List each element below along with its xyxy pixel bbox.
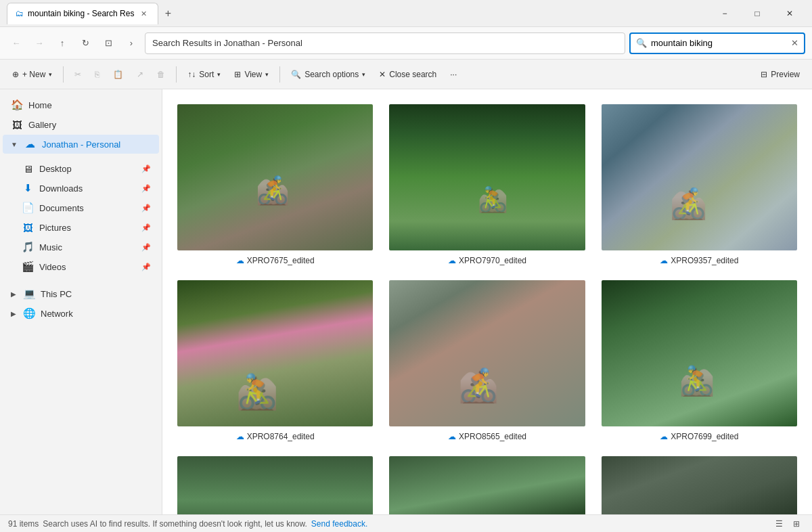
downloads-icon: ⬇ [22, 182, 34, 194]
tab-label: mountain biking - Search Res [28, 9, 134, 18]
search-options-arrow: ▾ [362, 71, 365, 78]
tab-area: 🗂 mountain biking - Search Res ✕ + [7, 0, 705, 26]
photo-image-3 [602, 104, 797, 250]
pin-icon: 📌 [141, 164, 151, 173]
view-icon: ⊞ [234, 70, 241, 79]
preview-button[interactable]: ⊟ Preview [755, 64, 805, 85]
maximize-button[interactable]: □ [742, 3, 773, 24]
sidebar-item-desktop[interactable]: 🖥 Desktop 📌 [3, 159, 159, 178]
pictures-icon: 🖼 [22, 221, 34, 234]
photo-image-6 [602, 280, 797, 426]
up-button[interactable]: ↑ [53, 34, 72, 53]
paste-icon: 📋 [113, 70, 123, 79]
thispc-expand-icon: ▶ [11, 290, 16, 298]
status-bar: 91 items Search uses AI to find results.… [0, 514, 812, 532]
photo-filename-4: XPRO8764_edited [247, 432, 315, 441]
sidebar-item-thispc[interactable]: ▶ 💻 This PC [3, 284, 159, 303]
photo-filename-5: XPRO8565_edited [459, 432, 526, 441]
photo-label-6: ☁XPRO7699_edited [660, 432, 738, 441]
active-tab[interactable]: 🗂 mountain biking - Search Res ✕ [7, 3, 158, 24]
search-options-button[interactable]: 🔍 Search options ▾ [286, 64, 371, 85]
search-box[interactable]: 🔍 ✕ [629, 32, 805, 54]
sidebar-item-pictures[interactable]: 🖼 Pictures 📌 [3, 218, 159, 237]
separator-2 [176, 66, 177, 83]
photo-image-2 [389, 104, 585, 250]
title-bar: 🗂 mountain biking - Search Res ✕ + − □ ✕ [0, 0, 812, 27]
sidebar-section-devices: ▶ 💻 This PC ▶ 🌐 Network [0, 284, 162, 323]
preview-icon: ⊟ [761, 70, 767, 79]
ai-message: Search uses AI to find results. If somet… [43, 519, 307, 529]
preview-label: Preview [771, 70, 800, 79]
chevron-button[interactable]: › [122, 34, 141, 53]
new-button[interactable]: ⊕ + New ▾ [7, 64, 58, 85]
photo-item-8[interactable] [388, 455, 586, 514]
back-button[interactable]: ← [7, 34, 26, 53]
sort-label: Sort [199, 70, 214, 79]
sidebar-item-downloads[interactable]: ⬇ Downloads 📌 [3, 179, 159, 198]
toolbar: ⊕ + New ▾ ✂ ⎘ 📋 ↗ 🗑 ↑↓ Sort ▾ ⊞ View ▾ 🔍… [0, 60, 812, 89]
search-input[interactable] [651, 38, 787, 48]
photo-label-4: ☁XPRO8764_edited [236, 432, 315, 441]
share-button[interactable]: ↗ [131, 64, 149, 85]
delete-button[interactable]: 🗑 [152, 64, 171, 85]
home-icon: 🏠 [11, 99, 23, 111]
sidebar-item-home[interactable]: 🏠 Home [3, 95, 159, 114]
cloud-icon-1: ☁ [236, 256, 244, 265]
sidebar-item-documents[interactable]: 📄 Documents 📌 [3, 198, 159, 217]
photo-filename-1: XPRO7675_edited [247, 256, 315, 265]
search-clear-button[interactable]: ✕ [791, 38, 798, 48]
paste-button[interactable]: 📋 [108, 64, 129, 85]
photo-item-4[interactable]: ☁XPRO8764_edited [176, 279, 374, 441]
view-button[interactable]: ⊞ View ▾ [229, 64, 274, 85]
forward-button[interactable]: → [30, 34, 49, 53]
pin-icon-downloads: 📌 [141, 184, 151, 193]
feedback-link[interactable]: Send feedback. [311, 519, 367, 529]
refresh-button[interactable]: ↻ [76, 34, 95, 53]
close-search-label: Close search [389, 70, 436, 79]
sidebar-label-documents: Documents [39, 203, 84, 213]
status-view-controls: ☰ ⊞ [771, 516, 804, 531]
sort-button[interactable]: ↑↓ Sort ▾ [182, 64, 226, 85]
list-view-button[interactable]: ☰ [771, 516, 786, 531]
expand-view-button[interactable]: ⊡ [99, 34, 118, 53]
sidebar-item-videos[interactable]: 🎬 Videos 📌 [3, 257, 159, 276]
photo-item-6[interactable]: ☁XPRO7699_edited [600, 279, 798, 441]
sidebar-item-gallery[interactable]: 🖼 Gallery [3, 115, 159, 134]
address-bar: ← → ↑ ↻ ⊡ › Search Results in Jonathan -… [0, 27, 812, 60]
photo-filename-2: XPRO7970_edited [459, 256, 526, 265]
photo-image-4 [177, 280, 373, 426]
close-button[interactable]: ✕ [774, 3, 805, 24]
new-label: + New [22, 70, 45, 79]
more-icon: ··· [450, 70, 457, 79]
view-arrow: ▾ [265, 71, 269, 78]
close-search-button[interactable]: ✕ Close search [374, 64, 442, 85]
more-button[interactable]: ··· [445, 64, 462, 85]
copy-button[interactable]: ⎘ [89, 64, 105, 85]
cloud-icon-2: ☁ [448, 256, 456, 265]
photo-item-2[interactable]: ☁XPRO7970_edited [388, 103, 586, 265]
close-search-icon: ✕ [379, 70, 386, 79]
sidebar: 🏠 Home 🖼 Gallery ▼ ☁ Jonathan - Personal… [0, 89, 162, 514]
new-tab-button[interactable]: + [158, 4, 177, 23]
sidebar-section-pinned: 🖥 Desktop 📌 ⬇ Downloads 📌 📄 Documents 📌 … [0, 159, 162, 276]
breadcrumb[interactable]: Search Results in Jonathan - Personal [145, 32, 625, 54]
grid-view-button[interactable]: ⊞ [789, 516, 804, 531]
sidebar-item-jonathan[interactable]: ▼ ☁ Jonathan - Personal [3, 135, 159, 154]
photo-item-1[interactable]: ☁XPRO7675_edited [176, 103, 374, 265]
breadcrumb-text: Search Results in Jonathan - Personal [152, 38, 302, 48]
cut-button[interactable]: ✂ [69, 64, 87, 85]
delete-icon: 🗑 [157, 70, 165, 79]
photo-item-7[interactable] [176, 455, 374, 514]
sidebar-item-network[interactable]: ▶ 🌐 Network [3, 304, 159, 323]
photo-item-5[interactable]: ☁XPRO8565_edited [388, 279, 586, 441]
photo-item-3[interactable]: ☁XPRO9357_edited [600, 103, 798, 265]
sidebar-label-pictures: Pictures [39, 223, 71, 233]
share-icon: ↗ [137, 70, 143, 79]
desktop-icon: 🖥 [22, 162, 34, 175]
network-icon: 🌐 [23, 307, 35, 319]
photo-item-9[interactable] [600, 455, 798, 514]
tab-close-button[interactable]: ✕ [138, 8, 150, 20]
minimize-button[interactable]: − [709, 3, 740, 24]
sidebar-label-videos: Videos [39, 262, 66, 272]
sidebar-item-music[interactable]: 🎵 Music 📌 [3, 238, 159, 257]
